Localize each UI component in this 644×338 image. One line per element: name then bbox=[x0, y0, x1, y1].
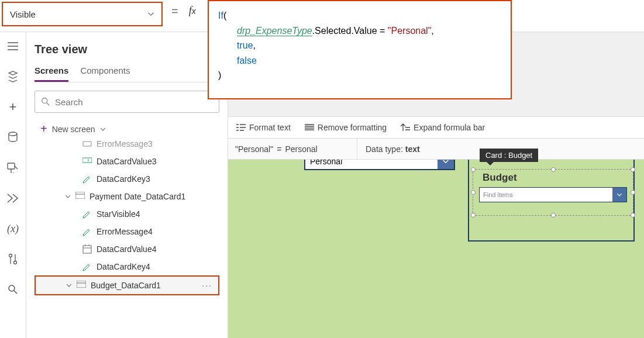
format-text-button[interactable]: Format text bbox=[236, 123, 291, 132]
tree-item-paymentdate-datacard1[interactable]: Payment Date_DataCard1 bbox=[35, 188, 219, 205]
svg-rect-8 bbox=[75, 192, 85, 199]
left-rail: + (x) bbox=[0, 32, 26, 338]
edit-icon bbox=[82, 209, 92, 219]
search-icon bbox=[41, 97, 50, 106]
label-icon bbox=[82, 139, 92, 149]
formula-result-bar: "Personal" = Personal Data type: text bbox=[228, 139, 644, 160]
tools-icon[interactable] bbox=[6, 252, 20, 266]
budget-combobox[interactable]: Find items bbox=[479, 187, 627, 202]
data-type: Data type: text bbox=[357, 139, 420, 159]
tree-view-panel: Tree view Screens Components + New scree… bbox=[26, 32, 228, 338]
more-icon[interactable]: ··· bbox=[202, 281, 212, 290]
tree-view-title: Tree view bbox=[35, 43, 219, 56]
edit-icon bbox=[82, 174, 92, 184]
tree-search-input[interactable] bbox=[55, 97, 213, 107]
formula-editor[interactable]: If( drp_ExpenseType.Selected.Value = "Pe… bbox=[208, 0, 512, 99]
budget-title: Budget bbox=[479, 172, 627, 184]
tree-item-errormessage4[interactable]: ErrorMessage4 bbox=[35, 223, 219, 240]
property-dropdown-value: Visible bbox=[10, 9, 36, 19]
edit-icon bbox=[82, 227, 92, 236]
form-card-container[interactable]: Card : Budget Budget Find items bbox=[468, 148, 635, 242]
media-icon[interactable] bbox=[6, 161, 20, 175]
tree-item-errormessage3[interactable]: ErrorMessage3 bbox=[35, 139, 219, 153]
svg-rect-9 bbox=[83, 246, 91, 253]
edit-icon bbox=[82, 262, 92, 271]
expand-formula-bar-button[interactable]: Expand formula bar bbox=[401, 123, 485, 132]
new-screen-button[interactable]: + New screen bbox=[35, 119, 219, 139]
tree-item-datacardvalue4[interactable]: DataCardValue4 bbox=[35, 240, 219, 258]
fx-icon[interactable]: fx bbox=[185, 0, 199, 22]
svg-point-3 bbox=[14, 261, 17, 264]
hamburger-icon[interactable] bbox=[6, 39, 20, 53]
search-rail-icon[interactable] bbox=[6, 282, 20, 296]
card-icon bbox=[75, 192, 85, 201]
equals-sign: = bbox=[164, 0, 185, 23]
svg-point-5 bbox=[42, 98, 47, 104]
remove-formatting-button[interactable]: Remove formatting bbox=[305, 123, 387, 132]
tree-item-starvisible4[interactable]: StarVisible4 bbox=[35, 205, 219, 223]
tab-screens[interactable]: Screens bbox=[35, 65, 68, 82]
input-icon bbox=[82, 157, 92, 166]
svg-rect-7 bbox=[82, 158, 92, 163]
svg-rect-6 bbox=[83, 142, 91, 146]
tab-components[interactable]: Components bbox=[80, 65, 130, 82]
svg-point-2 bbox=[9, 254, 12, 257]
svg-point-0 bbox=[9, 132, 17, 136]
card-icon bbox=[77, 281, 86, 290]
formula-toolbar: Format text Remove formatting Expand for… bbox=[228, 116, 644, 139]
tree-item-datacardkey3[interactable]: DataCardKey3 bbox=[35, 170, 219, 188]
svg-point-4 bbox=[9, 285, 15, 291]
tree-view-icon[interactable] bbox=[6, 70, 20, 84]
property-dropdown[interactable]: Visible bbox=[2, 2, 163, 26]
tree-list: ErrorMessage3 DataCardValue3 DataCardKey… bbox=[35, 139, 219, 338]
tree-tabs: Screens Components bbox=[35, 65, 219, 82]
insert-icon[interactable]: + bbox=[6, 100, 20, 114]
chevron-down-icon bbox=[147, 11, 154, 18]
card-label-badge: Card : Budget bbox=[480, 149, 538, 162]
budget-datacard[interactable]: Budget Find items bbox=[473, 169, 633, 216]
variables-icon[interactable]: (x) bbox=[6, 222, 20, 236]
chevron-down-icon bbox=[66, 282, 72, 288]
svg-rect-1 bbox=[8, 163, 15, 169]
canvas-content[interactable]: Personal Card : Budget Budget bbox=[228, 160, 644, 338]
plus-icon: + bbox=[40, 122, 47, 136]
tree-item-budget-datacard1[interactable]: Budget_DataCard1 ··· bbox=[35, 275, 219, 295]
tree-search[interactable] bbox=[35, 91, 219, 113]
result-value: "Personal" = Personal bbox=[228, 144, 357, 154]
tree-item-datacardkey4[interactable]: DataCardKey4 bbox=[35, 258, 219, 275]
chevron-down-icon bbox=[65, 194, 71, 199]
data-icon[interactable] bbox=[6, 130, 20, 144]
power-automate-icon[interactable] bbox=[6, 191, 20, 205]
svg-rect-10 bbox=[77, 281, 86, 288]
chevron-down-icon bbox=[100, 126, 106, 132]
chevron-down-icon bbox=[612, 188, 626, 202]
calendar-icon bbox=[82, 244, 92, 254]
tree-item-datacardvalue3[interactable]: DataCardValue3 bbox=[35, 153, 219, 170]
